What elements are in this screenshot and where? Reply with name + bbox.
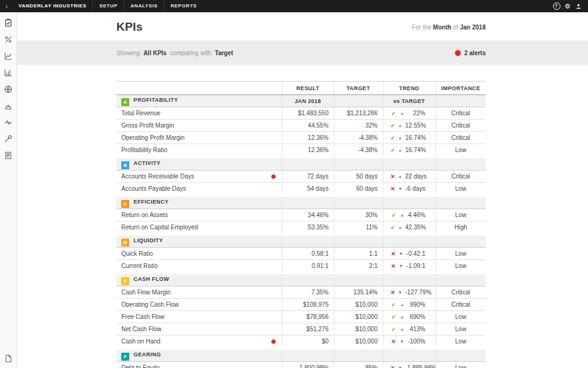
kpi-row-free-cash-flow[interactable]: Free Cash Flow$78,956$10,000✓▲690%Low bbox=[116, 311, 486, 323]
kpi-result: 53.35% bbox=[282, 221, 334, 235]
section-compare-label bbox=[383, 157, 435, 171]
kpi-target: 2:1 bbox=[334, 260, 383, 274]
kpi-trend-value: 4.46% bbox=[408, 212, 430, 218]
wrench-icon[interactable] bbox=[4, 134, 13, 144]
kpi-name: Gross Profit Margin bbox=[121, 122, 174, 129]
section-letter-badge: A bbox=[121, 98, 129, 106]
kpi-target: $10,000 bbox=[334, 311, 383, 323]
section-gearing: FGEARING bbox=[116, 348, 486, 362]
kpi-row-accounts-receivable-days[interactable]: Accounts Receivable Days72 days50 days✕▲… bbox=[116, 171, 486, 183]
filter-summary: Showing All KPIs comparing with Target bbox=[116, 50, 235, 56]
kpi-trend-value: 42.35% bbox=[405, 224, 431, 231]
arrow-up-icon: ▲ bbox=[400, 111, 405, 115]
kpi-target: 30% bbox=[334, 209, 383, 221]
kpi-row-debt-to-equity[interactable]: Debt to Equity-1,800.98%85%✕▼-1,885.98%L… bbox=[116, 362, 486, 368]
period-value-dropdown[interactable]: Jan 2018 bbox=[460, 24, 486, 31]
kpi-row-return-on-assets[interactable]: Return on Assets34.46%30%✓▲4.46%Low bbox=[116, 209, 486, 221]
globe-icon[interactable] bbox=[4, 84, 13, 94]
settings-gear-icon[interactable]: ⚙ bbox=[565, 0, 571, 12]
kpi-name: Free Cash Flow bbox=[121, 313, 165, 320]
kpi-row-profitability-ratio[interactable]: Profitability Ratio12.36%-4.38%✓▲16.74%L… bbox=[116, 144, 486, 158]
section-profitability: APROFITABILITYJAN 2018vs TARGET bbox=[116, 95, 486, 107]
kpi-result: $51,276 bbox=[282, 323, 334, 335]
col-header-name bbox=[116, 82, 282, 95]
kpi-trend-value: 22 days bbox=[405, 173, 431, 180]
check-icon: ✓ bbox=[391, 110, 397, 117]
kpi-name: Operating Profit Margin bbox=[121, 134, 184, 141]
alerts-indicator[interactable]: 2 alerts bbox=[455, 50, 486, 56]
ledger-icon[interactable] bbox=[4, 150, 13, 160]
kpi-result: 72 days bbox=[282, 171, 334, 183]
arrow-down-icon: ▼ bbox=[398, 366, 402, 368]
kpi-row-total-revenue[interactable]: Total Revenue$1,483,550$1,213,286✓▲22%Cr… bbox=[116, 107, 486, 120]
section-letter-badge: C bbox=[121, 200, 129, 208]
kpi-row-cash-flow-margin[interactable]: Cash Flow Margin7.35%135.14%✕▼-127.79%Cr… bbox=[116, 286, 486, 299]
check-icon: ✓ bbox=[391, 123, 396, 129]
bar-chart-icon[interactable] bbox=[4, 67, 13, 77]
section-compare-label bbox=[383, 348, 435, 362]
kpi-trend-value: -0.42:1 bbox=[406, 250, 430, 257]
cross-icon: ✕ bbox=[391, 263, 396, 269]
filter-bar: Showing All KPIs comparing with Target 2… bbox=[17, 40, 588, 65]
kpi-target: -4.38% bbox=[334, 132, 383, 144]
period-selector: For the Month of Jan 2018 bbox=[412, 24, 486, 31]
page-title: KPIs bbox=[116, 20, 143, 34]
kpi-result: 7.35% bbox=[282, 286, 334, 299]
percent-chart-icon[interactable] bbox=[4, 34, 13, 44]
sidebar bbox=[0, 12, 17, 368]
nav-setup[interactable]: SETUP bbox=[92, 0, 124, 12]
kpi-target: $10,000 bbox=[334, 299, 383, 311]
kpi-result: $78,956 bbox=[282, 311, 334, 323]
kpi-name: Current Ratio bbox=[121, 263, 157, 269]
kpi-filter-dropdown[interactable]: All KPIs bbox=[143, 50, 167, 56]
check-icon: ✓ bbox=[391, 147, 396, 153]
kpi-name: Net Cash Flow bbox=[121, 326, 162, 332]
kpi-trend-value: 12.55% bbox=[405, 122, 431, 129]
kpi-row-net-cash-flow[interactable]: Net Cash Flow$51,276$10,000✓▲413%Low bbox=[116, 323, 486, 335]
arrow-down-icon: ▼ bbox=[399, 264, 403, 268]
line-chart-icon[interactable] bbox=[4, 51, 13, 61]
kpi-row-gross-profit-margin[interactable]: Gross Profit Margin44.55%32%✓▲12.55%Crit… bbox=[116, 120, 486, 132]
nav-reports[interactable]: REPORTS bbox=[164, 0, 203, 12]
main-content: KPIs For the Month of Jan 2018 Showing A… bbox=[17, 12, 588, 368]
kpi-target: $10,000 bbox=[334, 323, 383, 335]
kpi-row-return-on-capital-employed[interactable]: Return on Capital Employed53.35%11%✓▲42.… bbox=[116, 221, 486, 235]
kpi-row-cash-on-hand[interactable]: Cash on Hand$0$10,000✕▼-100%Low bbox=[116, 335, 486, 349]
kpi-trend-value: 413% bbox=[410, 326, 431, 332]
back-chevron-icon[interactable]: ‹ bbox=[0, 0, 12, 12]
user-icon[interactable] bbox=[575, 3, 582, 10]
checklist-icon[interactable] bbox=[4, 18, 13, 28]
arrow-up-icon: ▲ bbox=[400, 327, 405, 331]
section-activity: BACTIVITY bbox=[116, 157, 486, 171]
kpi-trend-value: 990% bbox=[410, 301, 431, 308]
kpi-target: $1,213,286 bbox=[334, 107, 383, 120]
company-name[interactable]: VANDERLAY INDUSTRIES bbox=[12, 0, 92, 12]
check-icon: ✓ bbox=[391, 212, 397, 218]
kpi-row-operating-profit-margin[interactable]: Operating Profit Margin12.36%-4.38%✓▲16.… bbox=[116, 132, 486, 144]
kpi-target: 135.14% bbox=[334, 286, 383, 299]
cake-icon[interactable] bbox=[4, 101, 13, 110]
comparing-label: comparing with bbox=[170, 50, 211, 56]
kpi-row-operating-cash-flow[interactable]: Operating Cash Flow$108,975$10,000✓▲990%… bbox=[116, 299, 486, 311]
kpi-trend-value: 690% bbox=[410, 313, 431, 320]
kpi-row-current-ratio[interactable]: Current Ratio0.91:12:1✕▼-1.09:1Low bbox=[116, 260, 486, 274]
kpi-row-quick-ratio[interactable]: Quick Ratio0.58:11:1✕▼-0.42:1Low bbox=[116, 248, 486, 260]
section-period-label bbox=[282, 348, 334, 362]
export-doc-icon[interactable] bbox=[4, 353, 13, 363]
kpi-importance: Critical bbox=[435, 171, 486, 183]
kpi-row-accounts-payable-days[interactable]: Accounts Payable Days54 days60 days✕▼-6 … bbox=[116, 183, 486, 196]
kpi-trend-value: -6 days bbox=[405, 185, 431, 192]
pulse-icon[interactable] bbox=[4, 117, 13, 127]
help-icon[interactable]: ? bbox=[553, 2, 560, 10]
kpi-target: 1:1 bbox=[334, 248, 383, 260]
kpi-importance: Low bbox=[435, 183, 486, 196]
nav-analysis[interactable]: ANALYSIS bbox=[124, 0, 164, 12]
comparison-filter-dropdown[interactable]: Target bbox=[215, 50, 233, 56]
kpi-result: $1,483,550 bbox=[282, 107, 334, 120]
alert-dot-icon bbox=[271, 174, 276, 178]
kpi-name: Accounts Payable Days bbox=[121, 185, 186, 192]
kpi-target: 85% bbox=[334, 362, 383, 368]
period-type-dropdown[interactable]: Month bbox=[433, 24, 451, 31]
kpi-name: Total Revenue bbox=[121, 110, 160, 117]
col-header-target: TARGET bbox=[334, 82, 383, 95]
